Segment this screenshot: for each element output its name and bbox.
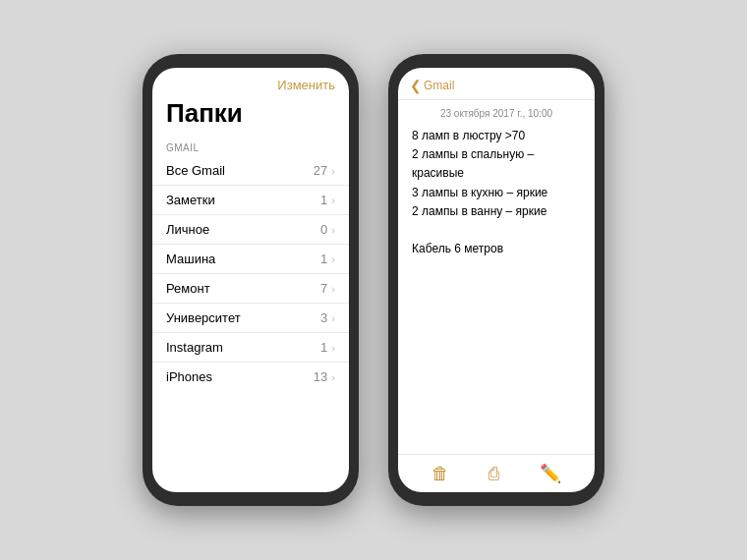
folder-count: 1 — [320, 340, 327, 355]
chevron-icon: › — [331, 371, 335, 383]
folder-count: 7 — [320, 281, 327, 296]
folder-row[interactable]: Ремонт7› — [152, 274, 349, 304]
back-label: Gmail — [424, 79, 454, 92]
note-body: 8 ламп в люстру >702 лампы в спальную – … — [412, 127, 581, 258]
phone-right-screen: ❮ Gmail 23 октября 2017 г., 10:00 8 ламп… — [398, 68, 595, 492]
chevron-icon: › — [331, 312, 335, 324]
back-button[interactable]: ❮ Gmail — [410, 78, 454, 93]
folder-name: Ремонт — [166, 281, 320, 296]
folders-topbar: Изменить — [152, 68, 349, 96]
folder-row[interactable]: Instagram1› — [152, 333, 349, 363]
folder-name: Машина — [166, 252, 320, 266]
note-line: Кабель 6 метров — [412, 240, 581, 258]
folder-count: 13 — [314, 369, 327, 384]
folder-row[interactable]: Машина1› — [152, 245, 349, 274]
chevron-icon: › — [331, 283, 335, 295]
chevron-icon: › — [331, 195, 335, 206]
note-toolbar: 🗑 ⎙ ✏️ — [398, 454, 595, 492]
note-content: 23 октября 2017 г., 10:00 8 ламп в люстр… — [398, 100, 595, 454]
folder-count: 1 — [320, 252, 327, 266]
folder-name: Личное — [166, 222, 320, 237]
folder-count: 3 — [320, 310, 327, 325]
folder-name: Все Gmail — [166, 163, 314, 178]
note-line: 2 лампы в ванну – яркие — [412, 202, 581, 221]
gmail-section-label: GMAIL — [152, 137, 349, 156]
edit-button[interactable]: Изменить — [277, 78, 335, 92]
chevron-icon: › — [331, 342, 335, 354]
phone-left-screen: Изменить Папки GMAIL Все Gmail27›Заметки… — [152, 68, 349, 492]
folder-row[interactable]: Заметки1› — [152, 186, 349, 215]
note-line: 8 ламп в люстру >70 — [412, 127, 581, 145]
chevron-icon: › — [331, 224, 335, 236]
chevron-icon: › — [331, 165, 335, 177]
note-line: 2 лампы в спальную – красивые — [412, 145, 581, 183]
compose-button[interactable]: ✏️ — [540, 463, 561, 484]
phone-left: Изменить Папки GMAIL Все Gmail27›Заметки… — [143, 54, 359, 506]
folder-count: 1 — [320, 193, 327, 207]
folders-screen: Изменить Папки GMAIL Все Gmail27›Заметки… — [152, 68, 349, 492]
folder-name: iPhones — [166, 369, 314, 384]
back-chevron-icon: ❮ — [410, 78, 422, 93]
chevron-icon: › — [331, 253, 335, 265]
folders-title: Папки — [152, 96, 349, 137]
note-topbar: ❮ Gmail — [398, 68, 595, 100]
share-button[interactable]: ⎙ — [488, 464, 499, 484]
folder-list: Все Gmail27›Заметки1›Личное0›Машина1›Рем… — [152, 156, 349, 492]
phone-right: ❮ Gmail 23 октября 2017 г., 10:00 8 ламп… — [388, 54, 604, 506]
folder-row[interactable]: Университет3› — [152, 304, 349, 333]
note-line: 3 лампы в кухню – яркие — [412, 184, 581, 202]
folder-name: Университет — [166, 310, 320, 325]
folder-count: 0 — [320, 222, 327, 237]
note-date: 23 октября 2017 г., 10:00 — [412, 108, 581, 119]
folder-row[interactable]: Личное0› — [152, 215, 349, 245]
folder-name: Заметки — [166, 193, 320, 207]
folder-count: 27 — [314, 163, 327, 178]
folder-row[interactable]: Все Gmail27› — [152, 156, 349, 186]
folder-name: Instagram — [166, 340, 320, 355]
folder-row[interactable]: iPhones13› — [152, 363, 349, 391]
delete-button[interactable]: 🗑 — [431, 464, 449, 484]
note-screen: ❮ Gmail 23 октября 2017 г., 10:00 8 ламп… — [398, 68, 595, 492]
